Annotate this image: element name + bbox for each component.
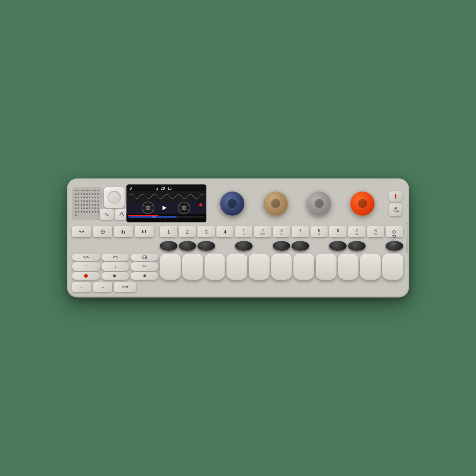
- encoder-orange-cap: [358, 199, 367, 208]
- white-key-3[interactable]: [205, 254, 225, 280]
- encoders-group: [208, 192, 386, 216]
- speaker-dot: [97, 197, 99, 198]
- svg-rect-33: [124, 231, 125, 234]
- speaker-dot: [81, 211, 82, 213]
- encoder-gray[interactable]: [307, 192, 331, 216]
- btn-stop[interactable]: ■: [131, 272, 158, 280]
- svg-rect-20: [128, 216, 177, 218]
- speaker-dot: [75, 197, 77, 198]
- speaker-dot: [81, 204, 82, 206]
- track-btn-4[interactable]: 4 ∞: [292, 226, 309, 237]
- com-button[interactable]: COM: [389, 203, 402, 216]
- white-key-6[interactable]: [271, 254, 292, 280]
- svg-rect-37: [143, 256, 147, 259]
- btn-down[interactable]: ↓: [102, 262, 129, 270]
- speaker-dot: [89, 193, 90, 195]
- mic-button[interactable]: [389, 191, 402, 202]
- brand-label: OP-1: [391, 230, 396, 246]
- black-knob-2[interactable]: [179, 241, 196, 251]
- func-btn-synth[interactable]: [72, 226, 91, 237]
- num-btn-2[interactable]: 2: [179, 226, 196, 237]
- encoder-cap: [107, 191, 121, 204]
- black-knob-7[interactable]: [329, 241, 347, 251]
- black-knob-6[interactable]: [292, 241, 309, 251]
- svg-rect-39: [145, 257, 146, 258]
- white-key-8[interactable]: [316, 254, 337, 280]
- black-knob-1[interactable]: [160, 241, 177, 251]
- black-knob-8[interactable]: [348, 241, 366, 251]
- func-btn-fx[interactable]: [114, 226, 133, 237]
- screen-display: 3 2 29 15: [126, 184, 206, 222]
- svg-text:2  29  15: 2 29 15: [156, 186, 172, 190]
- encoder-gray-cap: [315, 199, 324, 208]
- svg-point-26: [395, 194, 396, 196]
- btn-loop[interactable]: [102, 254, 129, 261]
- speaker-dot: [94, 200, 96, 202]
- speaker-dot: [89, 197, 90, 198]
- btn-shift[interactable]: shift: [114, 282, 136, 292]
- encoder-tan-cap: [271, 199, 280, 208]
- btn-up[interactable]: ↑: [72, 262, 100, 270]
- speaker-dot: [75, 204, 77, 206]
- btn-arrow-left[interactable]: ←: [72, 282, 91, 292]
- white-key-4[interactable]: [226, 254, 247, 280]
- track-btn-7[interactable]: 7 MI: [348, 226, 366, 237]
- svg-rect-36: [145, 230, 146, 233]
- speaker: [72, 187, 102, 220]
- black-knob-3[interactable]: [197, 241, 215, 251]
- black-knob-5[interactable]: [273, 241, 290, 251]
- btn-wave[interactable]: [72, 254, 100, 261]
- speaker-dot: [83, 197, 85, 198]
- track-btn-1[interactable]: 1 IN: [235, 226, 253, 237]
- encoder-tan[interactable]: [264, 192, 288, 216]
- svg-point-31: [102, 231, 103, 232]
- white-key-10[interactable]: [360, 254, 381, 280]
- top-row: 3 2 29 15: [72, 184, 403, 223]
- btn-arrow-right[interactable]: →: [93, 282, 112, 292]
- speaker-dot: [97, 211, 99, 213]
- svg-rect-34: [142, 230, 143, 233]
- svg-rect-32: [122, 230, 123, 234]
- speaker-dot: [75, 193, 77, 195]
- white-key-7[interactable]: [293, 254, 314, 280]
- speaker-dot: [75, 215, 77, 216]
- black-knob-4[interactable]: [235, 241, 253, 251]
- svg-point-16: [199, 203, 202, 206]
- num-btn-1[interactable]: 1: [160, 226, 177, 237]
- num-btn-3[interactable]: 3: [197, 226, 215, 237]
- speaker-dot: [86, 204, 88, 206]
- speaker-dot: [83, 193, 85, 195]
- synth-button[interactable]: [100, 209, 114, 220]
- keys-row: ↑ ↓ ✂ ▶ ■: [72, 254, 403, 280]
- track-btn-3[interactable]: 3 ↺: [273, 226, 290, 237]
- speaker-dot: [83, 204, 85, 206]
- speaker-dot: [94, 190, 96, 191]
- track-btn-6[interactable]: 6 ...: [329, 226, 347, 237]
- white-key-1[interactable]: [160, 254, 181, 280]
- func-btn-lfo[interactable]: [93, 226, 112, 237]
- btn-record[interactable]: [72, 272, 100, 280]
- btn-play[interactable]: ▶: [102, 272, 129, 280]
- func-btn-master[interactable]: [135, 226, 154, 237]
- track-btn-5[interactable]: 5 Я: [311, 226, 328, 237]
- speaker-dot: [92, 197, 93, 198]
- encoder-orange[interactable]: [350, 192, 374, 216]
- speaker-dot: [86, 197, 88, 198]
- speaker-dot: [78, 211, 79, 213]
- track-btn-2[interactable]: 2 OUT: [254, 226, 271, 237]
- white-key-11[interactable]: [382, 254, 403, 280]
- main-encoder[interactable]: [104, 187, 125, 208]
- white-key-5[interactable]: [249, 254, 270, 280]
- device-wrapper: 3 2 29 15: [67, 178, 409, 298]
- pitch-strip[interactable]: [406, 223, 408, 253]
- transport-buttons: ↑ ↓ ✂ ▶ ■: [72, 254, 158, 280]
- speaker-dot: [75, 208, 77, 209]
- encoder-blue[interactable]: [220, 192, 244, 216]
- num-btn-4[interactable]: 4: [216, 226, 234, 237]
- btn-tape[interactable]: [131, 254, 158, 261]
- track-btn-8[interactable]: 8 M2: [367, 226, 385, 237]
- white-key-2[interactable]: [182, 254, 203, 280]
- svg-rect-35: [144, 231, 144, 233]
- white-key-9[interactable]: [338, 254, 359, 280]
- btn-scissors[interactable]: ✂: [131, 262, 158, 270]
